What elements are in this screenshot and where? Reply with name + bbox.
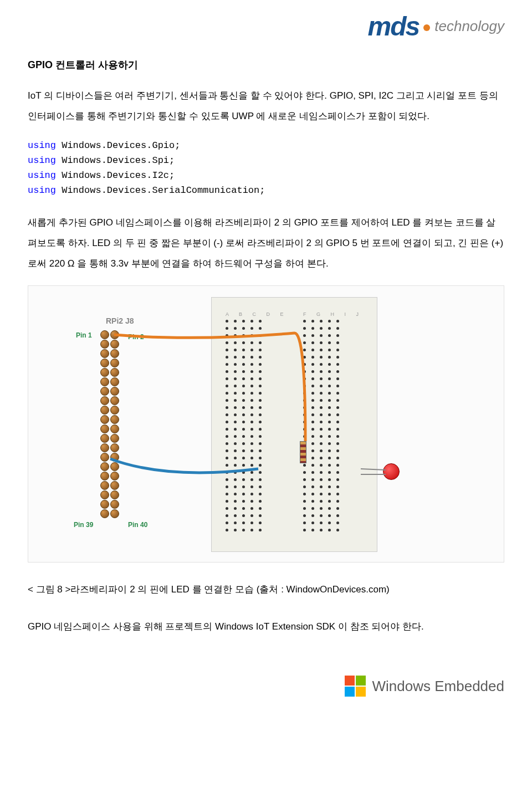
bb-dot (242, 457, 245, 459)
pin-row (100, 500, 119, 509)
pin-icon (110, 425, 119, 433)
bb-dot (242, 493, 245, 495)
bb-dot (328, 399, 331, 402)
bb-dot (234, 334, 237, 337)
bb-dot (311, 521, 314, 524)
bb-dot (303, 413, 306, 416)
pin-icon (110, 472, 119, 480)
bb-dot (303, 500, 306, 503)
bb-dot (250, 377, 253, 380)
bb-dot (259, 493, 262, 495)
bb-dot (320, 320, 323, 323)
bb-dot (242, 435, 245, 438)
bb-dot (226, 320, 228, 323)
bb-dot (250, 514, 253, 517)
pin-icon (110, 415, 119, 424)
bb-dot (250, 327, 253, 330)
pin2-label: Pin 2 (128, 333, 144, 341)
bb-dot (336, 363, 339, 366)
bb-dot (259, 428, 262, 431)
bb-dot (336, 500, 339, 503)
bb-col-labels-left: A B C D E (226, 311, 288, 317)
logo-dot-icon (423, 24, 430, 31)
bb-dot (259, 442, 262, 445)
bb-dot (320, 529, 323, 531)
bb-dot (234, 428, 237, 431)
bb-dot (250, 449, 253, 452)
bb-dot (336, 399, 339, 402)
pin-icon (110, 387, 119, 396)
pin39-label: Pin 39 (74, 521, 93, 529)
bb-dot (234, 435, 237, 438)
bb-dot (242, 478, 245, 481)
bb-dot (311, 457, 314, 459)
code-keyword: using (28, 155, 56, 166)
bb-dot (242, 356, 245, 359)
bb-dot (328, 320, 331, 323)
pin-icon (110, 349, 119, 358)
pin-row (100, 377, 119, 386)
bb-dot (336, 320, 339, 323)
bb-dot (250, 406, 253, 409)
bb-dot (242, 399, 245, 402)
bb-dot (234, 493, 237, 495)
bb-dot (234, 327, 237, 330)
bb-dot (234, 514, 237, 517)
bb-dot (226, 428, 228, 431)
windows-embedded-text: Windows Embedded (372, 678, 504, 695)
pin-row (100, 368, 119, 377)
bb-dot (250, 413, 253, 416)
bb-dot (226, 435, 228, 438)
pin-row (100, 330, 119, 339)
bb-dot (250, 421, 253, 423)
bb-dot (303, 529, 306, 531)
bb-dot (242, 341, 245, 344)
pin-row (100, 387, 119, 396)
bb-dot (250, 500, 253, 503)
pin-row (100, 509, 119, 518)
logo-brand-text: mds (368, 11, 420, 42)
bb-dot (242, 529, 245, 531)
bb-dot (336, 385, 339, 387)
bb-dot (336, 428, 339, 431)
bb-dot (259, 521, 262, 524)
bb-dot (259, 485, 262, 488)
code-keyword: using (28, 140, 56, 151)
bb-dot (328, 514, 331, 517)
win-square-green (356, 676, 366, 686)
bb-dot (320, 471, 323, 474)
bb-dot (234, 500, 237, 503)
bb-dot (303, 521, 306, 524)
bb-dot (336, 334, 339, 337)
bb-dot (311, 341, 314, 344)
bb-dot (311, 320, 314, 323)
bb-dot (303, 464, 306, 467)
bb-dot (336, 485, 339, 488)
bb-dot (311, 370, 314, 373)
bb-dot (259, 529, 262, 531)
code-text: Windows.Devices.Spi; (56, 155, 175, 166)
bb-dot (328, 413, 331, 416)
bb-dot (311, 507, 314, 510)
bb-dot (336, 349, 339, 351)
bb-dot (320, 385, 323, 387)
bb-dot (234, 521, 237, 524)
pin40-label: Pin 40 (128, 521, 147, 529)
pin-row (100, 396, 119, 405)
bb-dot (336, 341, 339, 344)
bb-dot (234, 341, 237, 344)
pin-row (100, 453, 119, 462)
bb-dot (328, 507, 331, 510)
bb-dot (328, 449, 331, 452)
pin-icon (100, 396, 109, 405)
bb-dot (303, 493, 306, 495)
bb-dot (234, 370, 237, 373)
bb-dot (234, 457, 237, 459)
bb-dot (259, 320, 262, 323)
bb-dot (259, 392, 262, 395)
pin-icon (110, 509, 119, 518)
win-square-yellow (356, 687, 366, 697)
bb-dot (303, 334, 306, 337)
bb-dot (336, 327, 339, 330)
bb-dot (250, 399, 253, 402)
